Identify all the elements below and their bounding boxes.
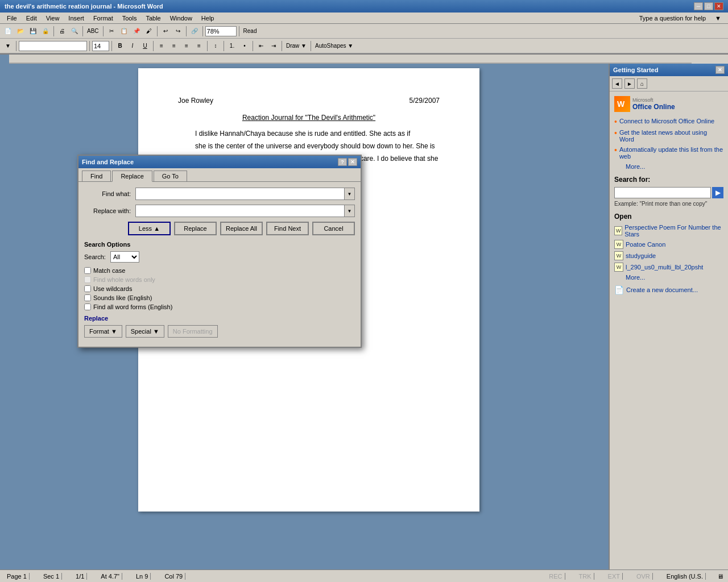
open-more-link[interactable]: More... <box>614 274 723 281</box>
tab-find[interactable]: Find <box>82 171 111 181</box>
open-item-4[interactable]: W l_290_us0_multi_lbl_20psht <box>614 263 723 272</box>
menu-format[interactable]: Format <box>89 14 118 23</box>
new-button[interactable]: 📄 <box>2 26 14 37</box>
menu-file[interactable]: File <box>2 14 22 23</box>
hyperlink-button[interactable]: 🔗 <box>189 26 200 37</box>
sounds-like-checkbox[interactable] <box>84 294 91 301</box>
open-button[interactable]: 📂 <box>15 26 26 37</box>
panel-link-3[interactable]: • Automatically update this list from th… <box>614 146 723 160</box>
find-all-forms-row: Find all word forms (English) <box>84 304 355 310</box>
window-title: the devil's arithmetic reation journal -… <box>5 3 163 10</box>
replace-all-button[interactable]: Replace All <box>220 222 263 235</box>
panel-forward-button[interactable]: ► <box>624 78 635 89</box>
status-ln: Ln 9 <box>134 573 151 580</box>
find-all-forms-checkbox[interactable] <box>84 304 91 310</box>
cancel-button[interactable]: Cancel <box>312 222 355 235</box>
underline-button[interactable]: U <box>139 40 151 52</box>
paste-button[interactable]: 📌 <box>131 26 142 37</box>
match-case-checkbox[interactable] <box>84 267 91 274</box>
formatpaint-button[interactable]: 🖌 <box>143 26 155 37</box>
tab-goto[interactable]: Go To <box>154 171 187 181</box>
tab-replace[interactable]: Replace <box>112 171 152 182</box>
dialog-help-button[interactable]: ? <box>338 158 347 166</box>
replace-dropdown-arrow[interactable]: ▼ <box>344 205 354 217</box>
menu-view[interactable]: View <box>42 14 64 23</box>
panel-link-2[interactable]: • Get the latest news about using Word <box>614 129 723 143</box>
panel-search-button[interactable]: ▶ <box>712 187 723 198</box>
no-formatting-button[interactable]: No Formatting <box>168 325 218 338</box>
panel-back-button[interactable]: ◄ <box>612 78 622 89</box>
special-button[interactable]: Special ▼ <box>126 325 164 338</box>
sep13 <box>224 41 224 51</box>
panel-close-button[interactable]: ✕ <box>715 66 725 74</box>
maximize-button[interactable]: □ <box>704 2 713 10</box>
panel-title: Getting Started <box>613 66 658 73</box>
open-item-2[interactable]: W Poatoe Canon <box>614 240 723 249</box>
dialog-close-button[interactable]: ✕ <box>348 158 357 166</box>
status-at: At 4.7" <box>98 573 122 580</box>
align-left[interactable]: ≡ <box>156 40 167 52</box>
menu-window[interactable]: Window <box>166 14 197 23</box>
menu-table[interactable]: Table <box>141 14 165 23</box>
open-item-3-text: studyguide <box>626 252 656 259</box>
replace-with-input[interactable] <box>136 205 344 217</box>
close-button[interactable]: ✕ <box>714 2 723 10</box>
print-button[interactable]: 🖨 <box>56 26 68 37</box>
font-size-input[interactable] <box>92 41 109 51</box>
italic-button[interactable]: I <box>127 40 138 52</box>
format-button[interactable]: Format ▼ <box>84 325 122 338</box>
bold-button[interactable]: B <box>114 40 126 52</box>
find-what-label: Find what: <box>84 190 135 197</box>
panel-header-controls: ✕ <box>715 66 725 74</box>
indent-decrease[interactable]: ⇤ <box>255 40 267 52</box>
redo-button[interactable]: ↪ <box>172 26 184 37</box>
cut-button[interactable]: ✂ <box>106 26 117 37</box>
find-next-button[interactable]: Find Next <box>266 222 309 235</box>
align-justify[interactable]: ≡ <box>193 40 205 52</box>
autoshapes-dropdown[interactable]: AutoShapes ▼ <box>313 40 355 52</box>
minimize-button[interactable]: ─ <box>694 2 703 10</box>
doc-author: Joe Rowley <box>178 97 213 105</box>
less-button[interactable]: Less ▲ <box>128 222 171 235</box>
copy-button[interactable]: 📋 <box>118 26 130 37</box>
draw-dropdown[interactable]: Draw ▼ <box>284 40 308 52</box>
menu-insert[interactable]: Insert <box>64 14 89 23</box>
indent-increase[interactable]: ⇥ <box>268 40 279 52</box>
zoom-input[interactable] <box>205 26 237 36</box>
panel-home-button[interactable]: ⌂ <box>637 78 647 89</box>
toolbar-row-2: ▼ B I U ≡ ≡ ≡ ≡ ↕ 1. • ⇤ ⇥ Draw ▼ AutoSh… <box>0 39 728 53</box>
find-what-input[interactable] <box>136 188 344 199</box>
search-select[interactable]: All Down Up <box>110 251 139 263</box>
read-button[interactable]: Read <box>242 26 259 37</box>
create-new-link[interactable]: 📄 Create a new document... <box>614 285 723 294</box>
open-item-3[interactable]: W studyguide <box>614 251 723 260</box>
spell-button[interactable]: ABC <box>85 26 101 37</box>
panel-search-input[interactable] <box>614 187 711 198</box>
more-link[interactable]: More... <box>614 163 723 170</box>
menu-help[interactable]: Help <box>197 14 219 23</box>
printpreview-button[interactable]: 🔍 <box>69 26 80 37</box>
save-button[interactable]: 💾 <box>27 26 39 37</box>
menu-edit[interactable]: Edit <box>22 14 42 23</box>
wildcards-checkbox[interactable] <box>84 285 91 292</box>
style-dropdown[interactable]: ▼ <box>2 40 14 52</box>
numbering-button[interactable]: 1. <box>226 40 238 52</box>
replace-button[interactable]: Replace <box>174 222 217 235</box>
open-item-1[interactable]: W Perspective Poem For Number the Stars <box>614 224 723 238</box>
font-name-input[interactable] <box>19 41 87 51</box>
help-dropdown[interactable]: ▼ <box>710 14 726 23</box>
find-whole-checkbox[interactable] <box>84 276 91 283</box>
align-right[interactable]: ≡ <box>181 40 192 52</box>
find-what-row: Find what: ▼ <box>84 188 355 200</box>
sounds-like-label: Sounds like (English) <box>93 294 152 301</box>
menu-tools[interactable]: Tools <box>118 14 142 23</box>
panel-nav: ◄ ► ⌂ <box>610 76 728 92</box>
find-dropdown-arrow[interactable]: ▼ <box>344 188 354 199</box>
permission-button[interactable]: 🔒 <box>40 26 51 37</box>
line-spacing[interactable]: ↕ <box>210 40 221 52</box>
panel-link-1[interactable]: • Connect to Microsoft Office Online <box>614 118 723 126</box>
bullets-button[interactable]: • <box>239 40 250 52</box>
menu-bar: File Edit View Insert Format Tools Table… <box>0 13 728 24</box>
align-center[interactable]: ≡ <box>168 40 180 52</box>
undo-button[interactable]: ↩ <box>160 26 171 37</box>
